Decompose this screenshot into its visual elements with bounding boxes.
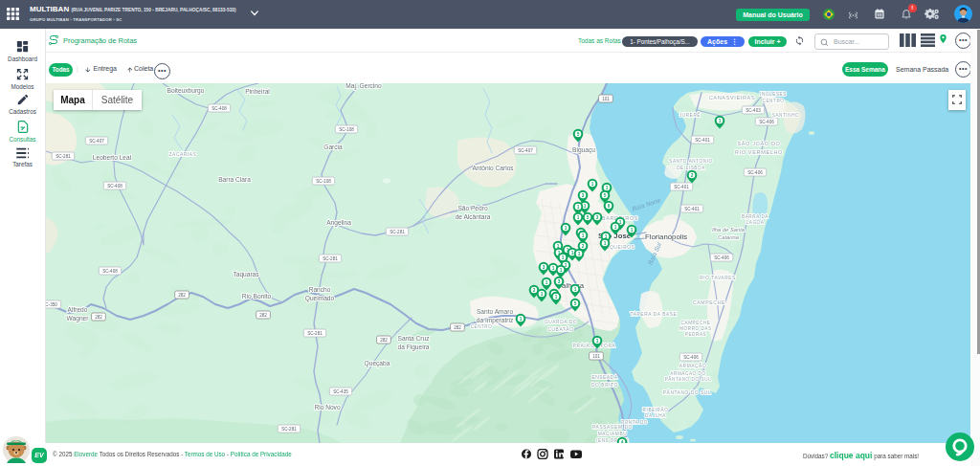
svg-text:3: 3 [596, 215, 599, 220]
svg-text:São Pedro: São Pedro [457, 205, 487, 211]
svg-text:SC-406: SC-406 [714, 255, 729, 260]
svg-text:Biguaçu: Biguaçu [572, 146, 595, 154]
svg-text:GUARDA DO: GUARDA DO [545, 320, 577, 324]
svg-text:282: 282 [95, 315, 102, 320]
svg-text:282: 282 [259, 313, 267, 318]
svg-text:SC-407: SC-407 [518, 148, 533, 153]
svg-text:1: 1 [571, 251, 574, 255]
svg-text:INGLESES: INGLESES [760, 92, 787, 97]
svg-text:SC-435: SC-435 [333, 389, 348, 394]
svg-text:1: 1 [541, 292, 544, 297]
svg-text:5: 5 [587, 215, 590, 220]
svg-text:101: 101 [602, 97, 610, 101]
svg-text:SC-401: SC-401 [674, 185, 689, 189]
svg-text:DO BRITO: DO BRITO [591, 383, 618, 388]
svg-text:1: 1 [578, 252, 581, 256]
svg-text:Rio Bonito: Rio Bonito [242, 293, 272, 300]
svg-text:1: 1 [562, 255, 565, 260]
svg-text:PÂNTANO DO SUL: PÂNTANO DO SUL [663, 389, 711, 395]
svg-text:SANTINHO: SANTINHO [772, 113, 800, 118]
svg-text:BARRA DA: BARRA DA [742, 214, 768, 219]
svg-text:1: 1 [555, 295, 558, 300]
svg-text:Catarina: Catarina [718, 234, 740, 240]
svg-text:MACIAMBU: MACIAMBU [598, 432, 628, 436]
svg-text:Garcia: Garcia [323, 144, 343, 150]
svg-text:1: 1 [560, 268, 563, 273]
svg-text:Boiteuxburgo: Boiteuxburgo [167, 87, 205, 95]
svg-text:de Alcântara: de Alcântara [456, 213, 491, 220]
svg-text:CAMPECHE: CAMPECHE [693, 300, 725, 305]
svg-text:1: 1 [520, 317, 523, 322]
svg-text:CENTRO: CENTRO [471, 324, 493, 329]
svg-text:SC-401: SC-401 [695, 138, 710, 143]
svg-text:PASSAGEM DO: PASSAGEM DO [592, 425, 633, 430]
svg-text:Rio Novo: Rio Novo [314, 404, 340, 411]
svg-text:SC-401: SC-401 [684, 207, 700, 211]
svg-text:RIBEIRÃO: RIBEIRÃO [643, 407, 669, 412]
svg-text:1: 1 [546, 280, 548, 285]
svg-text:SÃO JOÃO DO: SÃO JOÃO DO [737, 141, 780, 146]
svg-text:ARMACAO DO: ARMACAO DO [670, 371, 705, 376]
svg-text:ARMAÇÃO: ARMAÇÃO [679, 363, 706, 368]
svg-text:Rancho: Rancho [309, 286, 331, 293]
svg-text:2: 2 [691, 173, 694, 178]
svg-text:PÂNTANO DO SUL: PÂNTANO DO SUL [665, 376, 712, 382]
svg-text:SC-108: SC-108 [339, 127, 354, 132]
svg-text:SC-408: SC-408 [212, 106, 227, 111]
svg-text:SC-281: SC-281 [307, 331, 323, 336]
svg-text:LAGOA: LAGOA [746, 220, 765, 225]
svg-text:1: 1 [577, 215, 580, 220]
svg-text:1: 1 [631, 228, 634, 233]
svg-text:RIO VERMELHO: RIO VERMELHO [735, 149, 783, 155]
svg-text:SC-350: SC-350 [46, 302, 57, 307]
svg-text:Antônio Carlos: Antônio Carlos [472, 165, 514, 171]
svg-text:JURERÊ: JURERÊ [679, 111, 701, 118]
svg-text:Barra Clara: Barra Clara [218, 176, 251, 183]
svg-text:SC-281: SC-281 [323, 256, 338, 261]
svg-text:5: 5 [574, 301, 577, 306]
svg-text:1: 1 [582, 233, 585, 238]
svg-text:DA ILHA: DA ILHA [645, 413, 666, 418]
svg-text:ZACARIAS: ZACARIAS [169, 152, 197, 157]
svg-text:Santa Cruz: Santa Cruz [398, 335, 430, 342]
svg-text:1: 1 [719, 119, 722, 123]
svg-text:SC-108: SC-108 [316, 179, 331, 184]
svg-text:1: 1 [584, 204, 587, 209]
svg-text:Queimado: Queimado [305, 295, 335, 302]
svg-text:1: 1 [606, 186, 609, 190]
svg-text:MORRO DAS: MORRO DAS [679, 326, 712, 331]
svg-text:3: 3 [558, 279, 561, 284]
svg-text:1: 1 [614, 225, 617, 230]
svg-text:1: 1 [565, 226, 568, 231]
svg-text:Wagner: Wagner [67, 315, 90, 322]
svg-text:CENTRO: CENTRO [763, 99, 785, 103]
svg-text:SC-408: SC-408 [107, 184, 122, 189]
svg-text:SC-406: SC-406 [683, 355, 699, 360]
svg-text:282: 282 [454, 325, 461, 330]
svg-text:282: 282 [380, 338, 388, 343]
svg-text:1: 1 [574, 287, 577, 292]
svg-text:PEDRAS: PEDRAS [685, 332, 707, 337]
svg-text:6: 6 [608, 204, 611, 209]
svg-text:5: 5 [604, 193, 607, 198]
svg-text:DE LISBOA: DE LISBOA [677, 166, 705, 170]
svg-text:Taquaras: Taquaras [233, 271, 259, 278]
svg-text:5: 5 [577, 132, 580, 137]
svg-text:3: 3 [543, 265, 546, 270]
svg-text:1: 1 [604, 241, 607, 246]
svg-text:RIO TAVARES: RIO TAVARES [700, 276, 736, 280]
svg-text:Florianópolis: Florianópolis [645, 233, 687, 241]
svg-text:101: 101 [592, 354, 600, 359]
svg-text:CANASVIEIRAS: CANASVIEIRAS [709, 95, 756, 100]
svg-text:CUBATÃO: CUBATÃO [547, 326, 573, 332]
svg-text:ENSEADA: ENSEADA [591, 375, 617, 380]
svg-text:da Imperatriz: da Imperatriz [477, 317, 513, 324]
svg-text:SC-281: SC-281 [390, 230, 405, 234]
svg-text:Queçaba: Queçaba [365, 360, 390, 367]
svg-text:CAMPECHE: CAMPECHE [681, 321, 711, 325]
svg-text:SANTO ANTONIO: SANTO ANTONIO [669, 159, 712, 164]
svg-text:da Figueira: da Figueira [398, 344, 430, 351]
svg-text:2: 2 [582, 244, 585, 249]
svg-text:Angelina: Angelina [326, 219, 351, 227]
svg-text:PONTA DO: PONTA DO [621, 420, 648, 425]
